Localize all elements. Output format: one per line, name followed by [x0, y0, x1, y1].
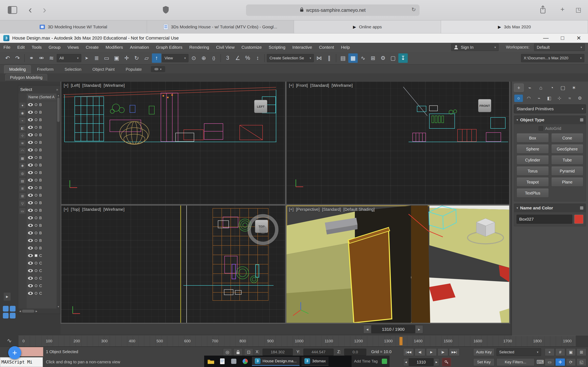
unlink-selection-icon[interactable]: ⚮ [37, 53, 46, 63]
scene-object-row[interactable]: C [27, 275, 57, 282]
display-filter-icon[interactable]: ✱ [19, 163, 26, 169]
select-by-name-icon[interactable]: ≣ [92, 53, 101, 63]
visibility-eye-icon[interactable] [28, 149, 33, 151]
viewport-menu-label[interactable]: [+] [64, 83, 68, 88]
viewcube[interactable]: FRONT [478, 99, 491, 112]
menu-item[interactable]: Help [337, 43, 353, 52]
scene-object-row[interactable]: B [27, 124, 57, 131]
viewport-top[interactable]: [+] [Top] [Standard] [Wireframe] TOP [61, 206, 285, 323]
media-app-icon[interactable] [241, 357, 250, 366]
mirror-icon[interactable]: ⋈ [314, 53, 324, 63]
visibility-eye-icon[interactable] [28, 179, 33, 182]
snaps-toggle-icon[interactable]: 3 [223, 53, 232, 63]
display-filter-icon[interactable]: ◠ [19, 148, 26, 154]
y-coordinate-field[interactable]: 444.547 [303, 349, 334, 356]
scroll-down-icon[interactable]: ▼ [57, 305, 60, 308]
lights-category-icon[interactable]: ⌁ [535, 95, 543, 102]
rectangular-selection-region-icon[interactable]: ▭ [102, 53, 111, 63]
viewport-style-label[interactable]: [Standard] [310, 83, 329, 88]
close-icon[interactable]: ✕ [576, 35, 581, 42]
menu-item[interactable]: Content [316, 43, 338, 52]
rendered-frame-window-icon[interactable]: ▢ [388, 53, 398, 63]
orbit-icon[interactable]: ⟳ [566, 358, 576, 366]
ribbon-config-icon[interactable]: ▾ [151, 66, 165, 72]
use-pivot-center-icon[interactable]: ⊙ [189, 53, 199, 63]
display-filter-icon[interactable]: ▭ [19, 208, 26, 214]
scroll-up-icon[interactable]: ▲ [57, 94, 60, 97]
zoom-extents-icon[interactable]: ▣ [566, 348, 576, 356]
menu-item[interactable]: Views [64, 43, 82, 52]
display-tab-icon[interactable]: ▢ [558, 83, 568, 92]
object-color-swatch[interactable] [574, 215, 583, 224]
viewport-shading-label[interactable]: [Default Shading] [343, 207, 375, 212]
toggle-ribbon-icon[interactable]: ▦ [348, 53, 358, 63]
object-type-header[interactable]: ▾ Object Type [514, 116, 586, 124]
visibility-eye-icon[interactable] [28, 164, 33, 167]
display-filter-icon[interactable]: ◧ [19, 125, 26, 131]
visibility-eye-icon[interactable] [28, 103, 33, 106]
autogrid-checkbox[interactable] [539, 126, 543, 131]
menu-item[interactable]: Interactive [289, 43, 316, 52]
visibility-eye-icon[interactable] [28, 126, 33, 129]
systems-category-icon[interactable]: ⚙ [576, 95, 584, 102]
visibility-eye-icon[interactable] [28, 209, 33, 212]
explorer-vertical-scrollbar[interactable]: ▲ ▼ [57, 94, 60, 309]
name-and-color-header[interactable]: ▾ Name and Color [514, 204, 586, 212]
play-animation-icon[interactable]: ▶ [426, 348, 437, 356]
add-time-tag-label[interactable]: Add Time Tag [354, 359, 378, 364]
scene-object-row[interactable]: B [27, 101, 57, 108]
visibility-eye-icon[interactable] [28, 239, 33, 242]
geometry-category-icon[interactable]: ○ [514, 95, 523, 102]
visibility-eye-icon[interactable] [28, 194, 33, 197]
previous-frame-icon[interactable]: ◀| [415, 348, 425, 356]
scrollbar-thumb[interactable] [22, 310, 34, 313]
select-and-link-icon[interactable]: ⚭ [27, 53, 36, 63]
cameyo-fab-button[interactable]: + [8, 346, 21, 359]
frame-decrement-icon[interactable]: ◀ [403, 358, 408, 366]
primitive-set-dropdown[interactable]: Standard Primitives ▾ [514, 104, 586, 113]
scene-object-row[interactable]: C [27, 282, 57, 290]
ribbon-tab-populate[interactable]: Populate [121, 66, 147, 73]
explorer-horizontal-scrollbar[interactable]: ◀ ▶ [18, 309, 60, 314]
menu-item[interactable]: Create [82, 43, 102, 52]
display-filter-icon[interactable]: ◎ [19, 170, 26, 176]
name-column-header[interactable]: Name (Sorted A [27, 94, 57, 101]
taskbar-window-3dsmax[interactable]: 3 3dsmax [302, 357, 329, 366]
primitive-button[interactable]: Sphere [517, 145, 549, 154]
auto-key-button[interactable]: Auto Key [473, 348, 494, 356]
primitive-button[interactable]: GeoSphere [551, 145, 584, 154]
menu-item[interactable]: Modifiers [102, 43, 126, 52]
scene-object-row[interactable]: B [27, 222, 57, 229]
scene-object-row[interactable]: B [27, 184, 57, 192]
ribbon-tab-selection[interactable]: Selection [60, 66, 86, 73]
viewport-name-label[interactable]: [Front] [296, 83, 308, 88]
viewport-menu-label[interactable]: [+] [64, 207, 68, 212]
motion-tab-icon[interactable]: ◔ [547, 83, 557, 92]
pin-icon[interactable] [580, 206, 583, 210]
primitive-button[interactable]: TextPlus [517, 189, 549, 198]
primitive-button[interactable]: Teapot [517, 178, 549, 187]
display-filter-icon[interactable]: ⊞ [19, 193, 26, 199]
menu-item[interactable]: File [0, 43, 14, 52]
select-and-scale-icon[interactable]: ▱ [142, 53, 151, 63]
scene-object-row[interactable]: C [27, 252, 57, 259]
minimize-icon[interactable]: — [543, 35, 549, 42]
display-filter-icon[interactable]: ▤ [19, 178, 26, 184]
select-and-move-icon[interactable]: ✛ [122, 53, 131, 63]
scene-object-row[interactable]: B [27, 154, 57, 161]
browser-tab-1[interactable]: 3D Modeling House W/ Tutorial [0, 20, 147, 33]
back-icon[interactable]: ‹ [24, 4, 36, 16]
visibility-eye-icon[interactable] [28, 269, 33, 272]
display-filter-icon[interactable]: ≋ [19, 140, 26, 146]
pin-icon[interactable] [580, 118, 583, 122]
select-and-rotate-icon[interactable]: ↻ [132, 53, 141, 63]
scene-object-row[interactable]: C [27, 267, 57, 275]
frame-number-field[interactable]: 1310 [409, 358, 433, 366]
zoom-region-icon[interactable]: ▭ [545, 358, 554, 366]
display-filter-icon[interactable]: ⌁ [19, 118, 26, 123]
viewport-name-label[interactable]: [Perspective] [296, 207, 320, 212]
z-coordinate-field[interactable]: 0.0 [344, 349, 366, 356]
scene-object-row[interactable]: B [27, 207, 57, 214]
menu-item[interactable]: Edit [14, 43, 28, 52]
curve-editor-icon[interactable]: ∿ [358, 53, 368, 63]
